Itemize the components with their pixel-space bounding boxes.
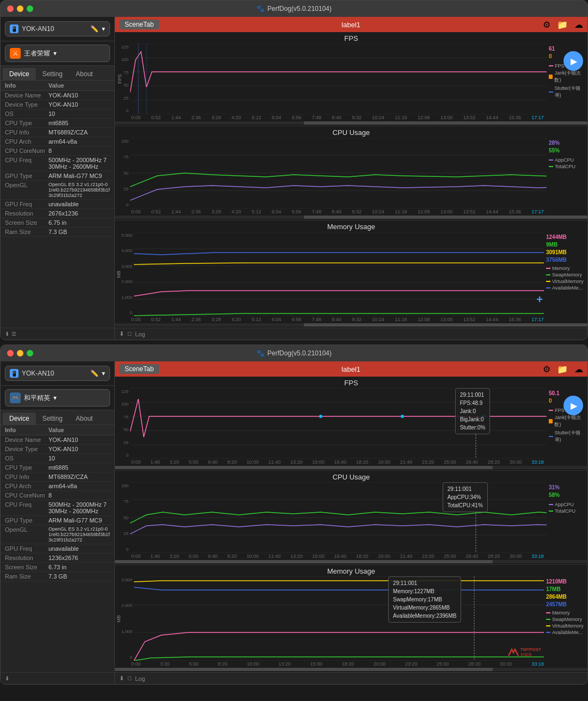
info-header-1: Info Value (1, 81, 114, 91)
cpu-chart-svg-1 (130, 138, 547, 208)
bottom-bar-2: ⬇ ☐ Log (115, 672, 587, 684)
chart-cpu-2: CPU Usage 100 75 50 25 0 (115, 470, 587, 563)
tab-about-1[interactable]: About (69, 68, 99, 80)
play-button-2[interactable]: ▶ (564, 396, 583, 415)
settings-icon-2[interactable]: ⚙ (543, 364, 550, 374)
fps-scrollbar-2[interactable] (115, 466, 587, 469)
device-selector-2: 📱 YOK-AN10 ✏️ ▾ (1, 361, 114, 386)
fps-time-axis-1: 0:000:521:442:363:284:205:126:046:567:48… (131, 114, 544, 121)
chart-fps-2: ▶ FPS 125 100 75 50 25 0 (115, 377, 587, 469)
info-table-2: Info Value Device NameYOK-AN10 Device Ty… (1, 425, 114, 672)
play-button-1[interactable]: ▶ (564, 51, 583, 71)
close-button-2[interactable] (7, 350, 14, 356)
scene-tab-label-1[interactable]: SceneTab (119, 20, 159, 29)
table-row: OS10 (1, 454, 114, 463)
edit-icon-2: ✏️ (90, 370, 99, 377)
app-dropdown-1[interactable]: ⚔ 王者荣耀 ▾ (5, 45, 110, 62)
fps-chart-svg-1 (130, 44, 547, 114)
vmem-value-1: 3091MB (546, 249, 585, 255)
table-row: Screen Size6.75 in (1, 218, 114, 227)
maximize-button-1[interactable] (27, 5, 33, 12)
avail-value-1: 3756MB (546, 257, 585, 263)
edit-icon-1: ✏️ (90, 25, 99, 33)
mem-y-label-2: MB (116, 615, 121, 623)
device-name-1: YOK-AN10 (22, 25, 87, 33)
minimize-button-1[interactable] (17, 5, 23, 12)
folder-icon-2[interactable]: 📁 (557, 364, 568, 374)
traffic-lights-1[interactable] (7, 5, 33, 12)
fps-chart-title-2: FPS (115, 377, 587, 388)
device-dropdown-2[interactable]: 📱 YOK-AN10 ✏️ ▾ (5, 366, 110, 381)
cpu-scrollbar-1[interactable] (115, 216, 587, 219)
table-row: GPU Frequnavailable (1, 544, 114, 554)
mem-scrollbar-2[interactable] (115, 668, 587, 671)
fps-time-axis-2: 0:001:403:205:006:408:2010:0011:4013:201… (131, 459, 544, 466)
table-row: GPU Frequnavailable (1, 200, 114, 209)
app-selector-1: ⚔ 王者荣耀 ▾ (1, 41, 114, 66)
window-1: 🐾 PerfDog(v5.0.210104) 📱 YOK-AN10 ✏️ ▾ ⚔… (0, 0, 588, 340)
title-bar-2: 🐾 PerfDog(v5.0.210104) (1, 345, 587, 361)
chart-memory-2: Memory Usage MB 3,000 2,000 1,000 0 (115, 564, 587, 671)
tab-device-1[interactable]: Device (3, 68, 36, 80)
window-title-2: 🐾 PerfDog(v5.0.210104) (256, 349, 332, 357)
table-row: Device NameYOK-AN10 (1, 435, 114, 445)
mem-time-axis-1: 0:000:521:442:363:284:205:126:046:567:48… (131, 316, 544, 323)
main-panel-2: SceneTab label1 ⚙ 📁 ☁ ▶ FPS (115, 361, 587, 684)
chevron-down-icon-2: ▾ (102, 370, 105, 377)
maximize-button-2[interactable] (27, 350, 33, 356)
mem-y-label-1: MB (116, 270, 121, 278)
window-2: 🐾 PerfDog(v5.0.210104) 📱 YOK-AN10 ✏️ ▾ 🎮… (0, 345, 588, 685)
mem-scrollbar-1[interactable] (115, 323, 587, 327)
table-row: Device TypeYOK-AN10 (1, 100, 114, 109)
window-body-1: 📱 YOK-AN10 ✏️ ▾ ⚔ 王者荣耀 ▾ Device Setting … (1, 17, 587, 340)
memory-chart-svg-1 (134, 232, 544, 316)
scene-tab-label-2[interactable]: SceneTab (119, 364, 159, 374)
table-row: GPU TypeARM Mali-G77 MC9 (1, 516, 114, 525)
page-down-icon-2: ⬇ (5, 675, 9, 681)
table-row: Ram Size7.3 GB (1, 227, 114, 237)
chart-memory-1: Memory Usage MB 5,000 4,000 3,000 2,000 … (115, 220, 587, 327)
table-row: CPU InfoMT6889Z/CZA (1, 128, 114, 137)
minimize-button-2[interactable] (17, 350, 23, 356)
app-chevron-icon-1: ▾ (53, 50, 57, 57)
table-row: CPU Freq500MHz - 2000MHz 730MHz - 2600MH… (1, 500, 114, 516)
chart-cpu-1: CPU Usage 100 75 50 25 0 (115, 126, 587, 219)
tab-device-2[interactable]: Device (3, 413, 36, 425)
table-row: CPU Typemt6885 (1, 119, 114, 128)
svg-point-27 (401, 415, 404, 418)
tab-setting-1[interactable]: Setting (36, 68, 69, 80)
checkbox-1[interactable]: ☐ (127, 331, 132, 337)
cloud-icon-2[interactable]: ☁ (574, 364, 583, 374)
watermark-2: TMTPOST 钛媒体 (507, 646, 541, 658)
fps-value-label-1: 61 (549, 46, 585, 52)
charts-area-2: ▶ FPS 125 100 75 50 25 0 (115, 377, 587, 672)
table-row: CPU CoreNum8 (1, 491, 114, 500)
fps-scrollbar-1[interactable] (115, 121, 587, 125)
swap-value-1: 9MB (546, 242, 585, 248)
close-button-1[interactable] (7, 5, 14, 12)
app-name-2: 和平精英 (24, 393, 50, 403)
log-label-2: Log (135, 675, 145, 682)
mem-tooltip-2: 29:11:001 Memory:1227MB SwapMemory:17MB … (388, 576, 462, 623)
cpu-scrollbar-2[interactable] (115, 560, 587, 563)
device-dropdown-1[interactable]: 📱 YOK-AN10 ✏️ ▾ (5, 21, 110, 36)
settings-icon-1[interactable]: ⚙ (543, 20, 550, 30)
paw-icon-1: 🐾 (256, 5, 265, 13)
table-row: CPU InfoMT6889Z/CZA (1, 472, 114, 482)
fps-tooltip-2: 29:11:001 FPS:48.9 Jank:0 BigJank:0 Stut… (455, 388, 491, 434)
folder-icon-1[interactable]: 📁 (557, 20, 568, 30)
table-row: CPU Freq500MHz - 2000MHz 730MHz - 2600MH… (1, 156, 114, 171)
traffic-lights-2[interactable] (7, 350, 33, 356)
scroll-down-icon-2: ⬇ (119, 675, 124, 682)
tab-setting-2[interactable]: Setting (36, 413, 69, 425)
mem-value-2: 1210MB (546, 579, 585, 585)
app-dropdown-2[interactable]: 🎮 和平精英 ▾ (5, 389, 110, 407)
cloud-icon-1[interactable]: ☁ (574, 20, 583, 30)
table-row: CPU Archarm64-v8a (1, 137, 114, 146)
checkbox-2[interactable]: ☐ (127, 676, 132, 681)
chart-fps-1: ▶ FPS FPS 125 100 75 50 25 0 (115, 32, 587, 125)
add-chart-button-1[interactable]: + (536, 293, 543, 306)
chevron-down-icon-1: ▾ (102, 25, 105, 33)
tab-about-2[interactable]: About (69, 413, 99, 425)
device-icon-2: 📱 (10, 369, 19, 378)
